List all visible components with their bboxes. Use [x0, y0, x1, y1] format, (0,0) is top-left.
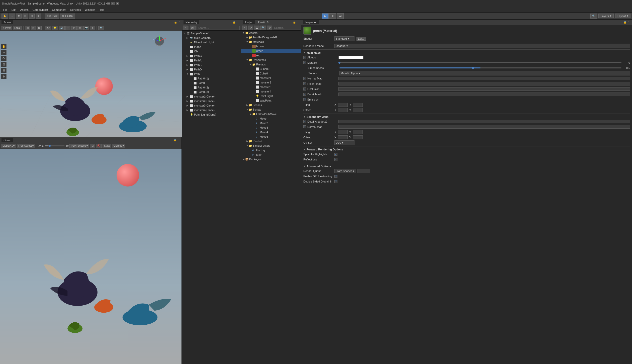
- tool-move[interactable]: ↔: [9, 14, 15, 19]
- window-controls[interactable]: — □ ✕: [107, 2, 119, 5]
- scene-view-btn[interactable]: 👁: [71, 26, 77, 30]
- proj-main[interactable]: # Main: [241, 152, 301, 157]
- scene-lock-icon[interactable]: 🔒: [174, 21, 177, 24]
- smoothness-slider[interactable]: [339, 67, 621, 68]
- tiling2-x[interactable]: 1: [338, 130, 348, 134]
- tool-scale[interactable]: ⊡: [23, 14, 28, 19]
- tool-e[interactable]: ⟳: [1, 56, 7, 61]
- tool-y[interactable]: ⊕: [1, 74, 7, 79]
- proj-resources[interactable]: ▼ 📁 Resources: [241, 58, 301, 62]
- height-eye[interactable]: ○: [303, 82, 306, 85]
- emission-check[interactable]: ☐: [303, 98, 306, 101]
- proj-m1[interactable]: ⬜ monster1: [241, 76, 301, 80]
- project-btn1[interactable]: ⟳: [248, 26, 253, 30]
- close-btn[interactable]: ✕: [116, 2, 119, 5]
- hier-m4c[interactable]: ▶ ⬜ monster4(Clone): [182, 108, 241, 112]
- minimize-btn[interactable]: —: [107, 2, 110, 5]
- tiling2-y[interactable]: 1: [353, 130, 363, 134]
- hierarchy-all-btn[interactable]: All: [190, 26, 196, 30]
- double-sided-check[interactable]: ☐: [334, 180, 337, 183]
- proj-scripts[interactable]: ▼ 📁 Scripts: [241, 107, 301, 112]
- detail-mask-slot[interactable]: [338, 93, 630, 96]
- menu-window[interactable]: Window: [83, 8, 97, 12]
- albedo-eye[interactable]: ○: [303, 56, 306, 59]
- proj-waypoint[interactable]: ⬜ WayPoint: [241, 98, 301, 103]
- proj-move[interactable]: # Move: [241, 116, 301, 121]
- hier-patha[interactable]: ▶ ⬜ PathA: [182, 58, 241, 63]
- menu-assets[interactable]: Assets: [18, 8, 31, 12]
- hier-pathb[interactable]: ▶ ⬜ PathB: [182, 63, 241, 67]
- hier-main-camera[interactable]: ▶ 📷 Main Camera: [182, 36, 241, 40]
- scale-thumb[interactable]: [49, 145, 51, 147]
- scene-light-btn[interactable]: 💡: [52, 26, 58, 30]
- game-tab[interactable]: Game: [2, 138, 13, 142]
- normal-map2-slot[interactable]: [338, 125, 630, 129]
- inspector-more-icon[interactable]: ⋮: [627, 21, 630, 24]
- height-map-slot[interactable]: [338, 82, 630, 85]
- maximize-btn[interactable]: □: [111, 2, 115, 5]
- proj-move5[interactable]: # Move5: [241, 134, 301, 139]
- proj-move4[interactable]: # Move4: [241, 130, 301, 134]
- normal-eye[interactable]: ○: [303, 77, 306, 80]
- proj-scenes[interactable]: ▶ 📁 Scenes: [241, 103, 301, 107]
- project-lock-icon[interactable]: 🔒: [293, 21, 296, 24]
- detail-albedo-eye[interactable]: ○: [303, 120, 306, 123]
- scene-root[interactable]: ▼ 🎬 SampleScene*: [182, 31, 241, 36]
- render-queue-dropdown[interactable]: From Shader ▾: [334, 169, 355, 173]
- project-btn2[interactable]: ☁: [254, 26, 259, 30]
- hierarchy-search[interactable]: [197, 26, 240, 30]
- offset-y[interactable]: 0: [353, 108, 363, 112]
- hier-pathc[interactable]: ▶ ⬜ PathC: [182, 54, 241, 58]
- scene-pivot-btn[interactable]: ⊙Pivot: [1, 26, 12, 30]
- source-dropdown[interactable]: Metallic Alpha ▾: [339, 71, 630, 75]
- play-focused-btn[interactable]: Play Focused▾: [69, 144, 89, 148]
- proj-m4[interactable]: ⬜ monster4: [241, 89, 301, 94]
- display-btn[interactable]: Display 1▾: [1, 144, 16, 148]
- mat-red[interactable]: red: [241, 53, 301, 58]
- hier-path02[interactable]: ⬜ Path0 (2): [182, 85, 241, 90]
- proj-move2[interactable]: # Move2: [241, 121, 301, 125]
- proj-move3[interactable]: # Move3: [241, 125, 301, 130]
- scene-search-btn[interactable]: 🔍: [98, 26, 104, 30]
- scene-local-btn[interactable]: Local: [13, 26, 22, 30]
- mat-green[interactable]: green: [241, 49, 301, 53]
- proj-factory[interactable]: # Factory: [241, 148, 301, 152]
- proj-prefabs[interactable]: ▼ 📁 Prefabs: [241, 62, 301, 67]
- albedo-swatch[interactable]: [338, 56, 364, 59]
- tiling-x[interactable]: 1: [338, 103, 348, 107]
- normal-map-slot[interactable]: [338, 77, 630, 80]
- proj-m3[interactable]: ⬜ monster3: [241, 85, 301, 89]
- hierarchy-add-btn[interactable]: +: [183, 26, 188, 30]
- tool-q[interactable]: ✋: [1, 44, 7, 49]
- hier-m3c[interactable]: ▶ ⬜ monster3(Clone): [182, 103, 241, 108]
- scene-2d-btn[interactable]: 2D: [45, 26, 51, 30]
- game-more-icon[interactable]: ⋮: [177, 139, 180, 141]
- uv-dropdown[interactable]: UV0 ▾: [334, 140, 354, 145]
- game-lock-icon[interactable]: 🔒: [173, 139, 176, 141]
- mat-brown[interactable]: brown: [241, 44, 301, 49]
- scene-extra-btn[interactable]: ⊕: [90, 26, 95, 30]
- shader-dropdown[interactable]: Standard ▾: [334, 36, 354, 41]
- scene-gizmo[interactable]: X Y Z Persp: [152, 34, 167, 49]
- menu-component[interactable]: Component: [50, 8, 68, 12]
- tool-rotate[interactable]: ↻: [16, 14, 22, 19]
- offset2-x[interactable]: 0: [338, 135, 348, 139]
- pause-btn[interactable]: ⏸: [329, 13, 336, 19]
- game-maximize-btn[interactable]: ⊡: [90, 144, 95, 148]
- hier-obj[interactable]: ⬜ Obj: [182, 49, 241, 54]
- scale-slider[interactable]: [45, 145, 65, 146]
- proj-simplefactory[interactable]: ▼ 📁 SimpleFactory: [241, 143, 301, 148]
- menu-services[interactable]: Services: [68, 8, 83, 12]
- proj-dragons[interactable]: ▶ 📁 FourEvilDragonsHP: [241, 35, 301, 40]
- project-tab[interactable]: Project: [243, 20, 255, 24]
- project-more-icon[interactable]: ⋮: [297, 21, 299, 24]
- proj-materials[interactable]: ▼ 📁 Materials: [241, 40, 301, 44]
- hier-path0[interactable]: ⬜ Path0: [182, 81, 241, 85]
- metallic-slider[interactable]: [338, 62, 621, 63]
- hier-pathd[interactable]: ▶ ⬜ PathD: [182, 67, 241, 72]
- hierarchy-more-icon[interactable]: ⋮: [237, 21, 239, 24]
- offset2-y[interactable]: 0: [353, 135, 363, 139]
- hierarchy-tab[interactable]: Hierarchy: [184, 20, 199, 24]
- assets-root[interactable]: ▼ 📁 Assets: [241, 31, 301, 35]
- menu-gameobject[interactable]: GameObject: [31, 8, 50, 12]
